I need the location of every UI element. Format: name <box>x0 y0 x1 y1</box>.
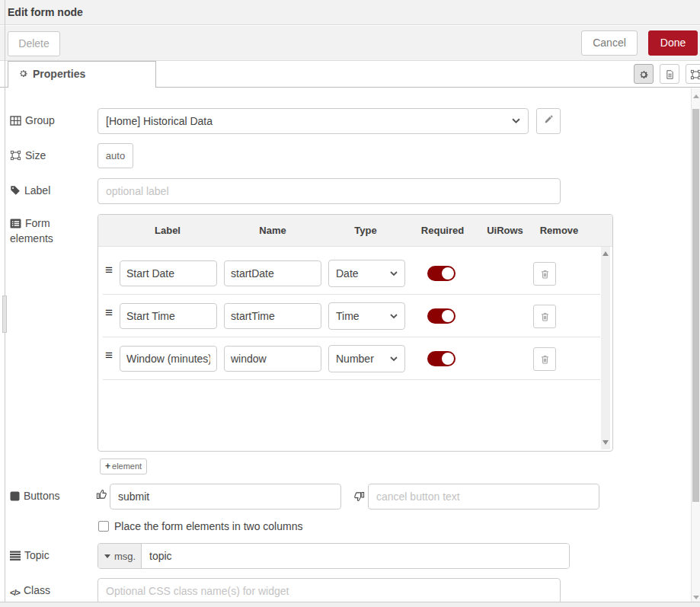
two-columns-checkbox-label: Place the form elements in two columns <box>114 520 302 532</box>
class-input[interactable] <box>97 578 561 604</box>
typed-input-prefix: msg. <box>114 551 136 562</box>
caret-down-icon <box>104 554 110 558</box>
dialog-toolbar: Delete Cancel Done <box>0 26 700 61</box>
dialog-title: Edit form node <box>8 6 83 18</box>
description-tab-button[interactable] <box>660 64 679 84</box>
drag-handle-icon[interactable]: ≡ <box>105 263 113 278</box>
cancel-button-text-input[interactable] <box>368 484 599 510</box>
gear-icon <box>18 69 28 78</box>
chevron-down-icon <box>390 314 398 319</box>
tab-bar: Properties <box>0 61 700 88</box>
table-scrollbar[interactable] <box>601 247 610 449</box>
element-type-select[interactable]: Time <box>328 302 405 330</box>
group-select-value: [Home] Historical Data <box>106 115 213 127</box>
element-type-select[interactable]: Date <box>328 260 405 287</box>
topic-input[interactable] <box>142 544 569 568</box>
element-label-input[interactable] <box>120 260 217 286</box>
form-elements-header: Label Name Type Required UiRows Remove <box>98 215 612 247</box>
trash-icon <box>540 354 550 365</box>
size-field-label: Size <box>10 149 46 161</box>
remove-element-button[interactable] <box>533 347 556 371</box>
buttons-field-label: Buttons <box>10 490 59 502</box>
edit-group-button[interactable] <box>536 108 561 134</box>
chevron-down-icon <box>512 118 520 124</box>
scroll-down-icon[interactable] <box>603 440 609 445</box>
list-icon <box>10 551 21 561</box>
element-label-input[interactable] <box>120 346 217 372</box>
chevron-down-icon <box>390 271 398 276</box>
appearance-tab-button[interactable] <box>686 64 700 84</box>
required-toggle[interactable] <box>427 266 455 281</box>
tab-properties-label: Properties <box>33 68 85 80</box>
column-header-type: Type <box>354 225 376 236</box>
dialog-header: Edit form node <box>0 0 700 25</box>
scroll-up-icon[interactable] <box>603 251 609 256</box>
toggle-knob <box>442 353 454 365</box>
column-header-uirows: UiRows <box>487 225 523 236</box>
two-columns-checkbox[interactable] <box>98 521 109 532</box>
column-header-required: Required <box>421 225 464 236</box>
square-icon <box>10 491 20 501</box>
element-name-input[interactable] <box>224 260 321 286</box>
thumbs-down-icon <box>353 491 365 506</box>
label-input[interactable] <box>97 178 561 204</box>
cancel-button[interactable]: Cancel <box>581 30 638 56</box>
main-scrollbar[interactable] <box>691 88 700 602</box>
document-icon <box>665 69 675 80</box>
trash-icon <box>540 311 550 322</box>
column-header-remove: Remove <box>540 225 579 236</box>
scroll-up-icon[interactable] <box>693 94 699 98</box>
object-group-icon <box>10 150 21 161</box>
object-group-icon <box>690 69 700 80</box>
trash-icon <box>540 269 550 280</box>
scrollbar-thumb[interactable] <box>692 109 699 502</box>
pencil-icon <box>544 114 554 124</box>
column-header-name: Name <box>259 225 286 236</box>
list-alt-icon <box>10 219 21 228</box>
submit-button-text-input[interactable] <box>110 484 341 510</box>
drag-handle-icon[interactable]: ≡ <box>105 305 113 321</box>
add-element-button[interactable]: +element <box>100 458 147 474</box>
done-button[interactable]: Done <box>648 30 698 56</box>
chevron-down-icon <box>390 356 398 362</box>
required-toggle[interactable] <box>427 351 455 366</box>
form-element-row: ≡ Time <box>98 295 600 337</box>
group-select[interactable]: [Home] Historical Data <box>97 108 529 134</box>
thumbs-up-icon <box>96 488 107 503</box>
properties-tab-button[interactable] <box>634 64 654 84</box>
toggle-knob <box>442 267 454 280</box>
table-icon <box>10 116 21 126</box>
toggle-knob <box>442 310 454 322</box>
remove-element-button[interactable] <box>533 305 556 328</box>
element-type-select[interactable]: Number <box>328 345 405 372</box>
tab-properties[interactable]: Properties <box>8 61 156 88</box>
tag-icon <box>10 185 21 196</box>
form-elements-label: Form elements <box>10 216 77 246</box>
code-icon: </> <box>10 588 20 597</box>
required-toggle[interactable] <box>427 308 455 324</box>
delete-button[interactable]: Delete <box>8 31 60 56</box>
tray-resize-grip[interactable] <box>2 296 7 333</box>
gear-icon <box>638 69 649 80</box>
element-name-input[interactable] <box>224 303 321 329</box>
form-elements-table: Label Name Type Required UiRows Remove ≡… <box>97 214 613 452</box>
edit-form-node-dialog: Edit form node Delete Cancel Done Proper… <box>0 0 700 607</box>
tray-footer <box>0 602 700 607</box>
element-label-input[interactable] <box>120 303 217 329</box>
group-field-label: Group <box>10 114 55 126</box>
size-auto-button[interactable]: auto <box>97 143 133 168</box>
topic-field-label: Topic <box>10 549 50 561</box>
remove-element-button[interactable] <box>533 262 556 286</box>
element-name-input[interactable] <box>224 346 321 372</box>
form-element-row: ≡ Number <box>98 337 600 380</box>
form-elements-list: ≡ Date ≡ Time ≡ Number <box>98 247 600 451</box>
class-field-label: </>Class <box>10 584 50 597</box>
label-field-label: Label <box>10 184 50 196</box>
column-header-label: Label <box>155 225 181 236</box>
scroll-down-icon[interactable] <box>693 596 699 599</box>
drag-handle-icon[interactable]: ≡ <box>105 348 113 363</box>
topic-typed-input: msg. <box>97 543 570 569</box>
typed-input-type-button[interactable]: msg. <box>98 544 142 568</box>
form-element-row: ≡ Date <box>98 252 600 295</box>
